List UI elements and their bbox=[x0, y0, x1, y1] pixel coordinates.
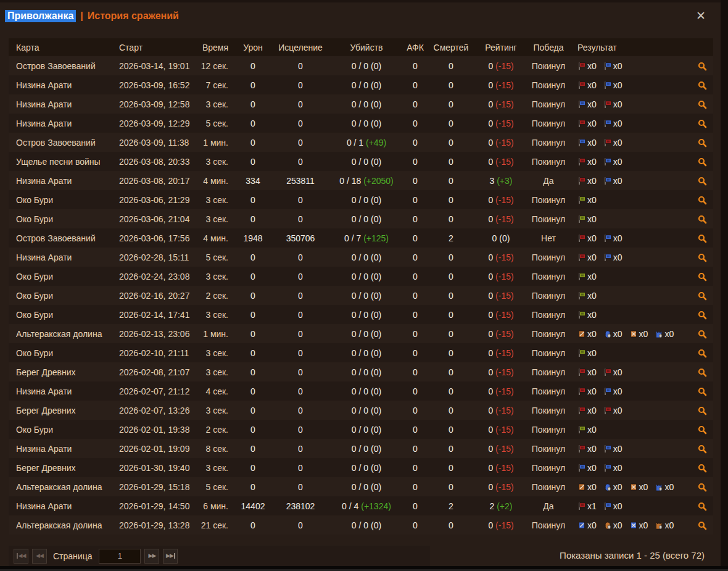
pagination-next-button[interactable]: ▶▶ bbox=[144, 549, 159, 564]
search-icon[interactable] bbox=[698, 521, 707, 530]
search-icon[interactable] bbox=[698, 234, 707, 243]
cell-afk: 0 bbox=[405, 520, 426, 530]
search-icon[interactable] bbox=[698, 138, 707, 148]
flag-red-icon bbox=[577, 253, 586, 262]
cell-start: 2026-03-08, 20:17 bbox=[119, 176, 194, 186]
cell-damage: 0 bbox=[233, 348, 273, 358]
cell-damage: 0 bbox=[233, 272, 273, 281]
cell-kills: 0 / 0 (0) bbox=[328, 367, 405, 377]
search-icon[interactable] bbox=[698, 502, 707, 511]
search-icon[interactable] bbox=[698, 311, 707, 320]
cell-victory: Покинул bbox=[526, 406, 571, 415]
search-icon[interactable] bbox=[698, 387, 707, 396]
cell-result: x0x0x0x0 bbox=[571, 329, 691, 339]
cell-afk: 0 bbox=[405, 157, 426, 167]
pagination-prev-button[interactable]: ◀◀ bbox=[32, 549, 47, 564]
search-icon[interactable] bbox=[698, 157, 707, 167]
cell-result: x0x0 bbox=[571, 252, 691, 262]
search-icon[interactable] bbox=[698, 368, 707, 377]
search-icon[interactable] bbox=[698, 444, 707, 454]
cell-time: 3 сек. bbox=[194, 272, 233, 281]
cell-rating: 2 (+2) bbox=[476, 501, 526, 511]
cell-search bbox=[691, 60, 713, 71]
cell-result: x0 bbox=[571, 291, 691, 301]
cell-rating: 0 (-15) bbox=[476, 463, 526, 473]
table-row: Око Бури 2026-02-01, 19:38 2 сек. 0 0 0 … bbox=[9, 420, 713, 439]
cell-search bbox=[691, 99, 713, 109]
search-icon[interactable] bbox=[698, 81, 707, 90]
search-icon[interactable] bbox=[698, 100, 707, 109]
result-count: x0 bbox=[613, 61, 623, 71]
cross-blue-icon bbox=[629, 521, 638, 530]
cell-search bbox=[691, 386, 713, 396]
search-icon[interactable] bbox=[698, 62, 707, 71]
cell-afk: 0 bbox=[405, 386, 426, 396]
close-icon[interactable]: ✕ bbox=[693, 7, 708, 24]
table-row: Низина Арати 2026-02-07, 21:12 4 сек. 0 … bbox=[9, 381, 713, 401]
keep-blue-icon bbox=[603, 330, 612, 338]
cell-rating: 0 (-15) bbox=[476, 386, 526, 396]
result-count: x0 bbox=[587, 367, 597, 377]
cell-rating: 0 (-15) bbox=[476, 520, 526, 530]
flag-red-icon bbox=[577, 177, 586, 185]
cell-start: 2026-02-14, 17:41 bbox=[119, 310, 194, 320]
flag-red-icon bbox=[577, 234, 586, 243]
pagination-last-button[interactable]: ▶▶ bbox=[163, 549, 178, 564]
cell-deaths: 0 bbox=[426, 310, 476, 320]
result-count: x0 bbox=[587, 425, 597, 435]
title-bar: Приволжанка | История сражений ✕ bbox=[0, 0, 721, 30]
search-icon[interactable] bbox=[698, 272, 707, 281]
cell-deaths: 0 bbox=[426, 463, 476, 473]
cell-afk: 0 bbox=[405, 61, 426, 71]
cell-damage: 0 bbox=[233, 406, 273, 415]
cell-afk: 0 bbox=[405, 348, 426, 358]
search-icon[interactable] bbox=[698, 406, 707, 415]
page-number-input[interactable] bbox=[99, 549, 141, 564]
cell-damage: 0 bbox=[233, 310, 273, 320]
search-icon[interactable] bbox=[698, 291, 707, 301]
cell-deaths: 0 bbox=[426, 482, 476, 492]
cell-rating: 0 (-15) bbox=[476, 367, 526, 377]
cell-afk: 0 bbox=[405, 138, 426, 148]
cell-healing: 0 bbox=[273, 329, 328, 339]
search-icon[interactable] bbox=[698, 425, 707, 435]
cell-damage: 0 bbox=[233, 157, 273, 167]
cell-deaths: 0 bbox=[426, 176, 476, 186]
cell-time: 2 сек. bbox=[194, 291, 233, 301]
cell-search bbox=[691, 424, 713, 435]
search-icon[interactable] bbox=[698, 349, 707, 358]
search-icon[interactable] bbox=[698, 330, 707, 339]
search-icon[interactable] bbox=[698, 483, 707, 492]
cell-deaths: 0 bbox=[426, 348, 476, 358]
cell-map: Низина Арати bbox=[9, 252, 119, 262]
table-row: Низина Арати 2026-03-09, 12:29 5 сек. 0 … bbox=[9, 114, 713, 133]
search-icon[interactable] bbox=[698, 196, 707, 205]
cell-start: 2026-02-24, 23:08 bbox=[119, 272, 194, 281]
search-icon[interactable] bbox=[698, 119, 707, 128]
pagination-first-button[interactable]: ◀◀ bbox=[14, 549, 28, 564]
background-window-edge bbox=[721, 0, 728, 571]
cell-search bbox=[691, 309, 713, 320]
cell-afk: 0 bbox=[405, 310, 426, 320]
flag-green-icon bbox=[577, 196, 586, 204]
cell-damage: 0 bbox=[233, 520, 273, 530]
search-icon[interactable] bbox=[698, 464, 707, 473]
flag-blue-icon bbox=[603, 253, 612, 262]
result-count: x0 bbox=[587, 214, 597, 224]
cell-kills: 0 / 0 (0) bbox=[328, 119, 405, 128]
search-icon[interactable] bbox=[698, 253, 707, 262]
cell-map: Берег Древних bbox=[9, 463, 119, 473]
cell-time: 4 сек. bbox=[194, 386, 233, 396]
cell-time: 7 сек. bbox=[194, 80, 233, 90]
search-icon[interactable] bbox=[698, 215, 707, 224]
flag-red-icon bbox=[577, 502, 586, 511]
cell-healing: 0 bbox=[273, 252, 328, 262]
cell-kills: 0 / 4 (+1324) bbox=[328, 501, 405, 511]
flag-red-icon bbox=[603, 368, 612, 377]
search-icon[interactable] bbox=[698, 177, 707, 186]
background-window-bottom bbox=[0, 566, 728, 571]
cell-start: 2026-03-09, 11:38 bbox=[119, 138, 194, 148]
cell-damage: 0 bbox=[233, 367, 273, 377]
cell-start: 2026-02-01, 19:09 bbox=[119, 444, 194, 454]
cell-search bbox=[691, 175, 713, 186]
